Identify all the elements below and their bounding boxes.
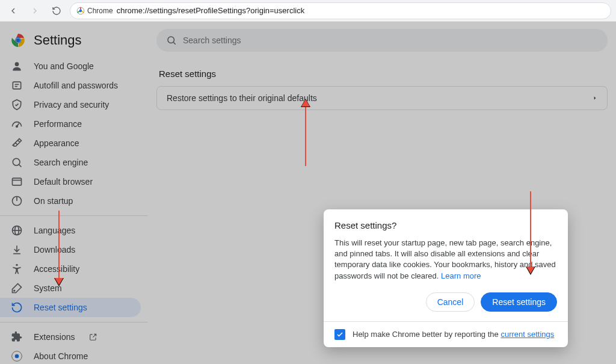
footer-text: Help make Chrome better by reporting the <box>353 330 500 339</box>
svg-point-1 <box>79 9 82 12</box>
chrome-chip: Chrome <box>76 7 113 15</box>
chrome-chip-label: Chrome <box>87 7 113 15</box>
chrome-logo-icon <box>76 7 85 15</box>
browser-toolbar: Chrome chrome://settings/resetProfileSet… <box>0 0 616 22</box>
learn-more-link[interactable]: Learn more <box>441 271 481 280</box>
reset-settings-dialog: Reset settings? This will reset your sta… <box>324 209 568 347</box>
reset-settings-button[interactable]: Reset settings <box>481 292 557 312</box>
dialog-body: This will reset your startup page, new t… <box>334 238 557 282</box>
report-checkbox[interactable] <box>334 329 345 340</box>
current-settings-link[interactable]: current settings <box>500 330 554 339</box>
dialog-title: Reset settings? <box>334 220 557 230</box>
address-bar[interactable]: Chrome chrome://settings/resetProfileSet… <box>70 2 611 19</box>
reload-button[interactable] <box>48 2 65 19</box>
back-button[interactable] <box>5 2 22 19</box>
url-text: chrome://settings/resetProfileSettings?o… <box>117 6 305 15</box>
check-icon <box>336 331 343 338</box>
dialog-footer: Help make Chrome better by reporting the… <box>324 321 568 347</box>
forward-button[interactable] <box>26 2 43 19</box>
cancel-button[interactable]: Cancel <box>426 292 475 312</box>
